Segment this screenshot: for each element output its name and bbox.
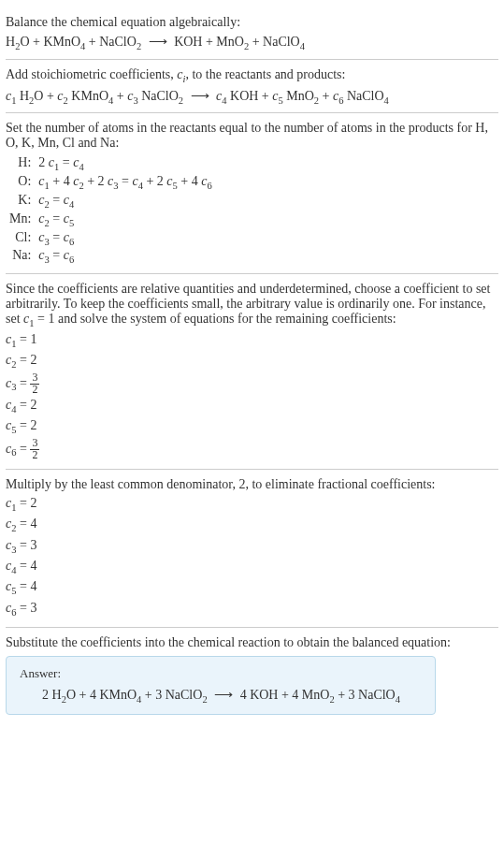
element-equation: c3 = c6 — [35, 247, 215, 266]
table-row: H:2 c1 = c4 — [6, 154, 216, 173]
text-part: and solve the system of equations for th… — [54, 312, 396, 326]
coeff-value: 2 — [30, 418, 36, 432]
coeff-row: c1 = 1 — [6, 330, 498, 351]
coeff-row: c1 = 2 — [6, 494, 498, 515]
table-row: K:c2 = c4 — [6, 192, 216, 211]
section-solve-coefficients: Since the coefficients are relative quan… — [6, 274, 498, 468]
coeff-value: 4 — [30, 517, 36, 531]
coeff-row: c6 = 32 — [6, 438, 498, 461]
element-label: H: — [6, 154, 35, 173]
coeff-row: c3 = 3 — [6, 536, 498, 557]
coeff-value: 1 — [30, 332, 36, 346]
balanced-equation: 2 H2O + 4 KMnO4 + 3 NaClO2 ⟶ 4 KOH + 4 M… — [20, 687, 422, 705]
intro-text: Substitute the coefficients into the che… — [6, 635, 498, 650]
coefficient-list: c1 = 2 c2 = 4 c3 = 3 c4 = 4 c5 = 4 c6 = … — [6, 494, 498, 620]
text-part: Add stoichiometric coefficients, — [6, 67, 177, 81]
table-row: Mn:c2 = c5 — [6, 211, 216, 229]
element-equation: c3 = c6 — [35, 229, 215, 248]
section-balance-intro: Balance the chemical equation algebraica… — [6, 7, 498, 59]
coeff-row: c4 = 2 — [6, 396, 498, 416]
coeff-row: c5 = 4 — [6, 577, 498, 598]
intro-text: Add stoichiometric coefficients, ci, to … — [6, 67, 498, 84]
element-label: O: — [6, 173, 35, 192]
coeff-value: 2 — [30, 398, 36, 412]
element-equations-table: H:2 c1 = c4 O:c1 + 4 c2 + 2 c3 = c4 + 2 … — [6, 154, 216, 266]
section-atom-equations: Set the number of atoms in the reactants… — [6, 113, 498, 273]
coefficient-list: c1 = 1 c2 = 2 c3 = 32 c4 = 2 c5 = 2 c6 =… — [6, 330, 498, 461]
element-label: K: — [6, 192, 35, 211]
element-equation: c2 = c5 — [35, 211, 215, 229]
frac-denominator: 2 — [30, 450, 39, 461]
intro-text: Since the coefficients are relative quan… — [6, 282, 498, 328]
coefficient-equation: c1 H2O + c2 KMnO4 + c3 NaClO2 ⟶ c4 KOH +… — [6, 88, 498, 106]
coeff-row: c4 = 4 — [6, 557, 498, 577]
coeff-value: 2 — [30, 353, 36, 367]
element-equation: c1 + 4 c2 + 2 c3 = c4 + 2 c5 + 4 c6 — [35, 173, 215, 192]
intro-text: Set the number of atoms in the reactants… — [6, 121, 498, 151]
element-label: Na: — [6, 247, 35, 266]
element-label: Cl: — [6, 229, 35, 248]
section-add-coefficients: Add stoichiometric coefficients, ci, to … — [6, 60, 498, 113]
coeff-row: c5 = 2 — [6, 416, 498, 437]
coeff-row: c6 = 3 — [6, 599, 498, 619]
coeff-value: 4 — [30, 559, 36, 573]
section-multiply-lcd: Multiply by the least common denominator… — [6, 470, 498, 628]
coeff-row: c3 = 32 — [6, 372, 498, 396]
table-row: Cl:c3 = c6 — [6, 229, 216, 248]
text-part: , to the reactants and products: — [185, 67, 345, 81]
coeff-value: 2 — [30, 496, 36, 510]
coeff-value: 4 — [30, 579, 36, 593]
unbalanced-equation: H2O + KMnO4 + NaClO2 ⟶ KOH + MnO2 + NaCl… — [6, 34, 498, 51]
answer-label: Answer: — [20, 666, 422, 681]
frac-denominator: 2 — [30, 385, 39, 396]
section-substitute-answer: Substitute the coefficients into the che… — [6, 628, 498, 722]
coeff-row: c2 = 4 — [6, 515, 498, 535]
element-equation: 2 c1 = c4 — [35, 154, 215, 173]
element-equation: c2 = c4 — [35, 192, 215, 211]
table-row: Na:c3 = c6 — [6, 247, 216, 266]
table-row: O:c1 + 4 c2 + 2 c3 = c4 + 2 c5 + 4 c6 — [6, 173, 216, 192]
coeff-value: 3 — [30, 538, 36, 552]
coeff-value: 3 — [30, 601, 36, 615]
intro-text: Balance the chemical equation algebraica… — [6, 15, 498, 30]
answer-box: Answer: 2 H2O + 4 KMnO4 + 3 NaClO2 ⟶ 4 K… — [6, 656, 436, 715]
coeff-row: c2 = 2 — [6, 351, 498, 371]
fraction: 32 — [30, 372, 39, 396]
element-label: Mn: — [6, 211, 35, 229]
intro-text: Multiply by the least common denominator… — [6, 477, 498, 492]
fraction: 32 — [30, 438, 39, 461]
